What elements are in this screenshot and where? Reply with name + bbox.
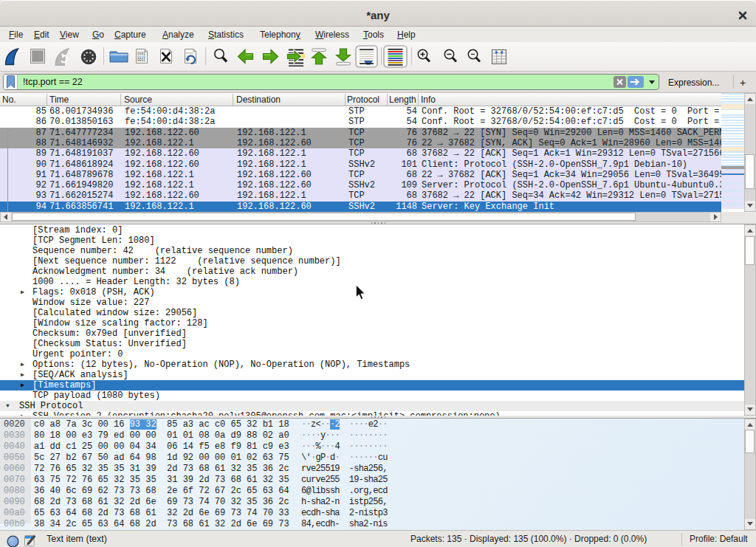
svg-text:0011: 0011 [137, 58, 145, 62]
